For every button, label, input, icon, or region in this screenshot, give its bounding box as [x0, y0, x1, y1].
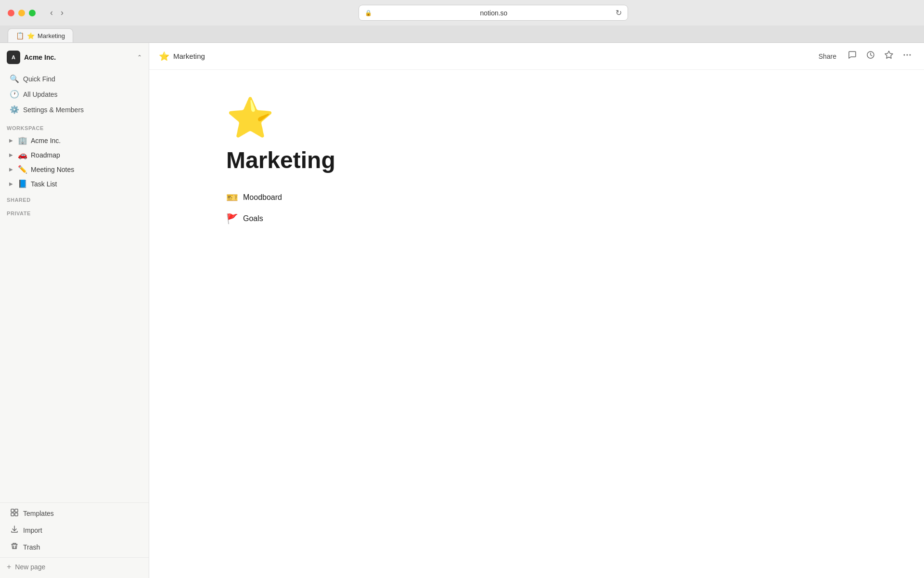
share-button[interactable]: Share [814, 50, 841, 63]
chevron-icon: ⌃ [137, 54, 142, 61]
search-icon: 🔍 [10, 74, 19, 83]
goals-label: Goals [243, 214, 263, 223]
link-item-goals[interactable]: 🚩 Goals [226, 210, 847, 227]
settings-icon: ⚙️ [10, 105, 19, 114]
plus-icon: + [7, 563, 11, 571]
comments-button[interactable] [845, 48, 860, 65]
notion-icon: 📋 [16, 32, 24, 39]
templates-icon [10, 509, 19, 518]
sidebar-item-quick-find[interactable]: 🔍 Quick Find [3, 71, 146, 86]
tab-title: Marketing [38, 32, 65, 39]
roadmap-icon: 🚗 [17, 150, 28, 159]
sidebar-item-settings[interactable]: ⚙️ Settings & Members [3, 102, 146, 117]
all-updates-label: All Updates [23, 91, 58, 98]
workspace-avatar: A [7, 51, 20, 64]
browser-chrome: ‹ › 🔒 notion.so ↻ 📋 ⭐ Marketing [0, 0, 924, 43]
acme-icon: 🏢 [17, 136, 28, 145]
sidebar-item-import[interactable]: Import [3, 522, 146, 539]
page-header-icon: ⭐ [159, 51, 169, 62]
tree-arrow-icon: ▶ [8, 181, 14, 186]
sidebar-item-all-updates[interactable]: 🕐 All Updates [3, 87, 146, 102]
history-button[interactable] [863, 48, 878, 65]
reload-button[interactable]: ↻ [616, 8, 622, 17]
goals-icon: 🚩 [226, 213, 238, 224]
forward-button[interactable]: › [58, 7, 66, 19]
nav-buttons: ‹ › [47, 7, 66, 19]
tree-arrow-icon: ▶ [8, 167, 14, 172]
page-header: ⭐ Marketing Share [149, 43, 924, 70]
meeting-notes-icon: ✏️ [17, 165, 28, 174]
sidebar-item-roadmap[interactable]: ▶ 🚗 Roadmap [3, 148, 146, 162]
minimize-button[interactable] [18, 10, 25, 16]
trash-icon [10, 542, 19, 552]
acme-label: Acme Inc. [31, 137, 139, 144]
url-text: notion.so [376, 9, 612, 17]
header-actions: Share [814, 48, 914, 65]
workspace-name: Acme Inc. [24, 53, 133, 61]
shared-section-label: SHARED [0, 191, 149, 205]
tab-star-icon: ⭐ [27, 32, 35, 39]
svg-point-5 [904, 54, 905, 56]
workspace-section-label: WORKSPACE [0, 119, 149, 133]
sidebar-bottom: Templates Import Trash + [0, 502, 149, 578]
workspace-tree: ▶ 🏢 Acme Inc. ▶ 🚗 Roadmap ▶ ✏️ Meeting N… [0, 133, 149, 191]
app-container: A Acme Inc. ⌃ 🔍 Quick Find 🕐 All Updates… [0, 43, 924, 578]
more-button[interactable] [900, 48, 914, 65]
svg-rect-0 [11, 509, 14, 512]
quick-find-label: Quick Find [23, 75, 55, 83]
tree-arrow-icon: ▶ [8, 152, 14, 158]
page-header-title: Marketing [173, 52, 205, 60]
task-list-label: Task List [31, 180, 139, 188]
svg-rect-2 [11, 513, 14, 516]
title-bar: ‹ › 🔒 notion.so ↻ [0, 0, 924, 26]
tab-bar: 📋 ⭐ Marketing [0, 26, 924, 42]
page-title-large: Marketing [226, 147, 847, 173]
import-icon [10, 525, 19, 535]
sidebar-nav: 🔍 Quick Find 🕐 All Updates ⚙️ Settings &… [0, 69, 149, 119]
new-page-item[interactable]: + New page [0, 557, 149, 576]
back-button[interactable]: ‹ [47, 7, 56, 19]
maximize-button[interactable] [29, 10, 36, 16]
moodboard-icon: 🎫 [226, 192, 238, 203]
page-title-bar: ⭐ Marketing [159, 51, 205, 62]
sidebar-item-task-list[interactable]: ▶ 📘 Task List [3, 177, 146, 191]
trash-label: Trash [23, 543, 40, 551]
sidebar: A Acme Inc. ⌃ 🔍 Quick Find 🕐 All Updates… [0, 43, 149, 578]
roadmap-label: Roadmap [31, 151, 139, 159]
clock-icon: 🕐 [10, 90, 19, 99]
workspace-header[interactable]: A Acme Inc. ⌃ [0, 43, 149, 69]
svg-point-7 [910, 54, 911, 56]
traffic-lights [8, 10, 36, 16]
sidebar-item-meeting-notes[interactable]: ▶ ✏️ Meeting Notes [3, 162, 146, 176]
main-content: ⭐ Marketing Share [149, 43, 924, 578]
moodboard-label: Moodboard [243, 193, 282, 202]
meeting-notes-label: Meeting Notes [31, 166, 139, 173]
link-item-moodboard[interactable]: 🎫 Moodboard [226, 189, 847, 206]
tree-arrow-icon: ▶ [8, 138, 14, 143]
page-body: ⭐ Marketing 🎫 Moodboard 🚩 Goals [149, 70, 924, 578]
new-page-label: New page [15, 563, 45, 571]
svg-rect-1 [15, 509, 18, 512]
active-tab[interactable]: 📋 ⭐ Marketing [8, 28, 73, 42]
favorite-button[interactable] [882, 48, 896, 65]
task-list-icon: 📘 [17, 179, 28, 188]
import-label: Import [23, 526, 42, 534]
svg-rect-3 [15, 513, 18, 516]
settings-label: Settings & Members [23, 106, 84, 114]
sidebar-item-acme-inc[interactable]: ▶ 🏢 Acme Inc. [3, 133, 146, 147]
page-icon-large: ⭐ [226, 99, 847, 137]
address-bar[interactable]: 🔒 notion.so ↻ [359, 5, 628, 21]
private-section-label: PRIVATE [0, 205, 149, 218]
svg-point-6 [907, 54, 908, 56]
lock-icon: 🔒 [365, 10, 372, 16]
sidebar-item-templates[interactable]: Templates [3, 505, 146, 522]
close-button[interactable] [8, 10, 14, 16]
templates-label: Templates [23, 510, 54, 517]
page-links: 🎫 Moodboard 🚩 Goals [226, 189, 847, 227]
sidebar-item-trash[interactable]: Trash [3, 539, 146, 555]
